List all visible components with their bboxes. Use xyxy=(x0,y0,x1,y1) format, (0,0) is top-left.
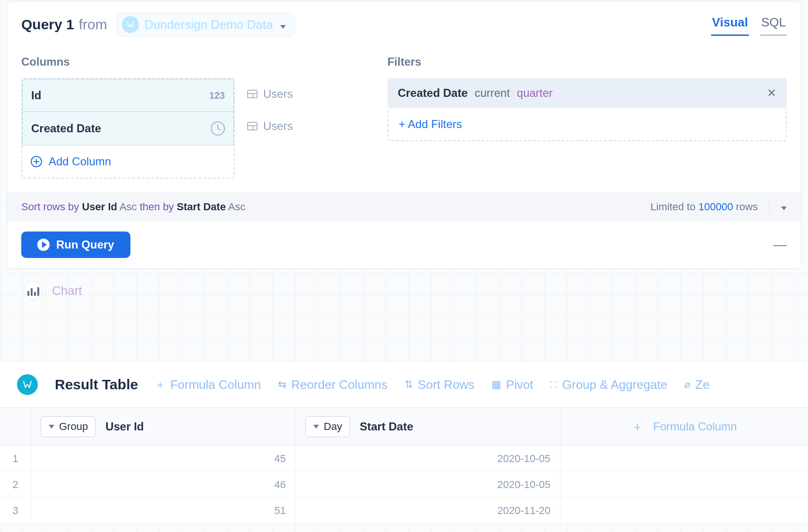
filter-chip[interactable]: Created Date current quarter ✕ xyxy=(387,78,787,108)
chevron-down-icon xyxy=(49,425,54,429)
action-label: Group & Aggregate xyxy=(562,378,668,392)
action-label: Ze xyxy=(695,378,709,392)
action-zero-fill[interactable]: ⌀ Ze xyxy=(684,378,709,392)
add-formula-column-header[interactable]: ＋ Formula Column xyxy=(560,408,808,446)
action-label: Reorder Columns xyxy=(291,378,387,392)
add-column-button[interactable]: Add Column xyxy=(22,146,234,178)
column-title: User Id xyxy=(105,420,144,433)
collapse-icon[interactable]: — xyxy=(774,237,787,252)
datasource-name: Dundersign Demo Data xyxy=(145,17,273,32)
filters-label: Filters xyxy=(387,55,787,69)
action-group-aggregate[interactable]: ⸬ Group & Aggregate xyxy=(550,378,668,392)
column-row[interactable]: Created Date xyxy=(22,112,234,146)
plus-icon: ＋ xyxy=(155,378,165,392)
limit-controls: Limited to 100000 rows xyxy=(650,201,787,213)
column-row[interactable]: Id 123 xyxy=(22,79,234,112)
sort-description[interactable]: Sort rows by User Id Asc then by Start D… xyxy=(21,201,246,213)
day-pill[interactable]: Day xyxy=(305,416,350,437)
result-column-headers: Group User Id Day Start Date ＋ Formula C… xyxy=(0,408,808,446)
cell-start-date[interactable]: 2020-10-05 xyxy=(296,446,560,472)
datasource-chip[interactable]: Dundersign Demo Data xyxy=(117,13,295,36)
cell-empty xyxy=(560,472,808,498)
query-from-label: from xyxy=(79,17,107,33)
column-header-user-id: Group User Id xyxy=(31,408,296,446)
remove-filter-icon[interactable]: ✕ xyxy=(767,86,776,100)
result-header: Result Table ＋ Formula Column ⇆ Reorder … xyxy=(0,362,808,407)
cell-user-id[interactable]: 46 xyxy=(31,472,296,498)
sort-field-1: User Id xyxy=(82,201,117,213)
sort-icon: ⇅ xyxy=(404,378,413,391)
query-panel: Query 1 from Dundersign Demo Data Visual… xyxy=(7,1,801,269)
table-row: 3 51 2020-11-20 xyxy=(0,498,808,524)
column-name: Created Date xyxy=(31,122,101,135)
cell-empty xyxy=(560,498,808,523)
zero-icon: ⌀ xyxy=(684,378,690,391)
run-row: Run Query — xyxy=(7,221,801,268)
column-header-start-date: Day Start Date xyxy=(296,408,560,446)
column-source-label: Users xyxy=(263,120,293,133)
row-index: 1 xyxy=(0,446,31,472)
play-icon xyxy=(37,239,50,251)
action-reorder-columns[interactable]: ⇆ Reorder Columns xyxy=(278,378,387,392)
sort-field-2: Start Date xyxy=(177,201,226,213)
chart-label: Chart xyxy=(52,283,82,298)
filter-operator: current xyxy=(474,86,510,99)
column-name: Id xyxy=(31,89,41,102)
column-type-badge: 123 xyxy=(209,90,225,101)
sort-limit-bar: Sort rows by User Id Asc then by Start D… xyxy=(7,193,801,221)
postgres-icon xyxy=(17,374,38,395)
action-sort-rows[interactable]: ⇅ Sort Rows xyxy=(404,378,474,392)
tab-sql[interactable]: SQL xyxy=(760,13,787,36)
action-label: Sort Rows xyxy=(418,378,474,392)
action-label: Formula Column xyxy=(170,378,261,392)
sort-prefix: Sort rows by xyxy=(21,201,79,213)
columns-section: Columns Id 123 Created Date Add Column xyxy=(21,55,293,179)
limit-text[interactable]: Limited to 100000 rows xyxy=(650,201,758,213)
result-grid: Group User Id Day Start Date ＋ Formula C… xyxy=(0,407,808,524)
table-row: 1 45 2020-10-05 xyxy=(0,446,808,472)
add-filters-button[interactable]: + Add Filters xyxy=(387,108,787,141)
row-index-header xyxy=(0,408,31,446)
tab-visual[interactable]: Visual xyxy=(711,13,749,36)
query-mode-tabs: Visual SQL xyxy=(711,13,787,36)
cell-user-id[interactable]: 45 xyxy=(31,446,296,472)
add-filters-label: + Add Filters xyxy=(399,118,462,130)
chart-node[interactable]: Chart xyxy=(24,281,808,300)
sort-dir-2: Asc xyxy=(228,201,246,213)
cell-start-date[interactable]: 2020-11-20 xyxy=(296,498,560,523)
pill-label: Group xyxy=(59,420,88,433)
query-title: Query 1 xyxy=(21,17,74,33)
query-header: Query 1 from Dundersign Demo Data Visual… xyxy=(7,1,801,41)
filter-field: Created Date xyxy=(398,86,468,99)
filter-value: quarter xyxy=(517,86,553,99)
postgres-icon xyxy=(122,16,139,33)
cell-start-date[interactable]: 2020-10-05 xyxy=(296,472,560,498)
filter-expression: Created Date current quarter xyxy=(398,86,553,100)
column-source[interactable]: Users xyxy=(244,110,293,142)
chevron-down-icon xyxy=(280,17,286,32)
column-source[interactable]: Users xyxy=(244,78,293,110)
chevron-down-icon[interactable] xyxy=(781,201,787,213)
run-query-button[interactable]: Run Query xyxy=(21,232,130,258)
limit-suffix: rows xyxy=(736,201,758,213)
pivot-icon: ▦ xyxy=(491,378,501,391)
cell-user-id[interactable]: 51 xyxy=(31,498,296,523)
column-sources: Users Users xyxy=(244,78,293,142)
divider xyxy=(769,201,770,213)
group-icon: ⸬ xyxy=(550,378,558,391)
sort-then: then by xyxy=(140,201,174,213)
group-pill[interactable]: Group xyxy=(41,416,96,437)
column-title: Start Date xyxy=(360,420,413,433)
columns-box: Id 123 Created Date Add Column xyxy=(21,78,235,179)
action-formula-column[interactable]: ＋ Formula Column xyxy=(155,378,261,392)
add-column-label: Add Column xyxy=(49,155,111,168)
action-pivot[interactable]: ▦ Pivot xyxy=(491,378,533,392)
filters-section: Filters Created Date current quarter ✕ +… xyxy=(387,55,787,179)
table-icon xyxy=(247,122,258,130)
plus-icon: ＋ xyxy=(631,419,644,435)
bar-chart-icon xyxy=(24,281,43,300)
result-table-section: Result Table ＋ Formula Column ⇆ Reorder … xyxy=(0,361,808,524)
row-index: 3 xyxy=(0,498,31,523)
result-title: Result Table xyxy=(55,377,138,393)
table-icon xyxy=(247,90,258,98)
